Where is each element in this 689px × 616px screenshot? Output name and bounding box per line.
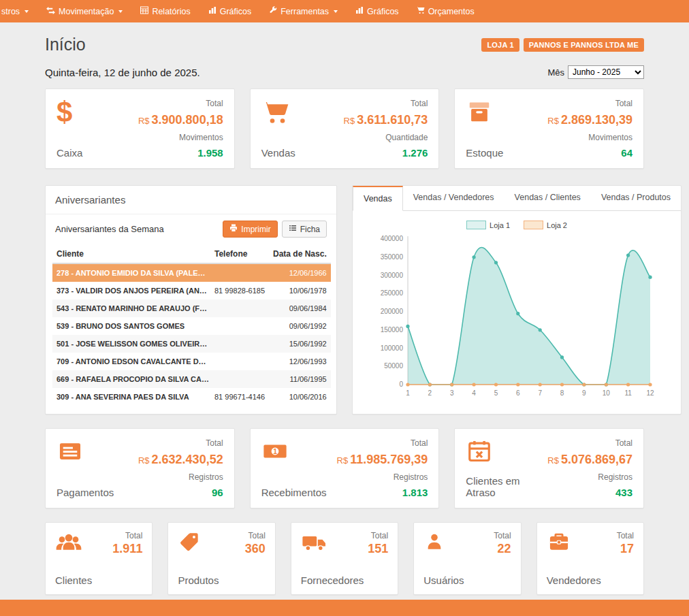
svg-text:12: 12 — [646, 389, 654, 397]
birthday-row[interactable]: 278 - ANTONIO EMIDIO DA SILVA (PALE…12/0… — [52, 263, 331, 282]
cell-nasc: 09/06/1992 — [269, 317, 331, 335]
caret-down-icon — [334, 10, 338, 13]
birthday-row[interactable]: 373 - VALDIR DOS ANJOS PEREIRA (AN…81 99… — [52, 282, 331, 299]
tab-vendas-produtos[interactable]: Vendas / Produtos — [591, 186, 681, 210]
top-navbar: stros Movimentação Relatórios Gráficos F… — [0, 0, 689, 22]
print-button[interactable]: Imprimir — [223, 221, 277, 238]
mini-card-vendedores: Total 17 Vendedores — [536, 522, 644, 595]
cell-telefone — [210, 299, 269, 317]
cart-icon — [417, 6, 425, 16]
svg-text:9: 9 — [582, 389, 586, 397]
store-badge: LOJA 1 — [481, 38, 519, 52]
total-label: Total — [494, 531, 511, 540]
birthday-row[interactable]: 543 - RENATO MARINHO DE ARAUJO (F…09/06/… — [52, 299, 331, 317]
current-date: Quinta-feira, 12 de junho de 2025. — [45, 67, 200, 78]
legend-item-loja2: Loja 2 — [524, 221, 567, 229]
mini-label: Clientes — [55, 574, 142, 586]
col-cliente: Cliente — [52, 245, 210, 263]
birthday-row[interactable]: 669 - RAFAELA PROCOPIO DA SILVA CA…11/06… — [52, 370, 331, 388]
mini-value: 17 — [617, 542, 634, 556]
nav-label: Gráficos — [367, 7, 399, 16]
sales-chart: 0500001000001500002000002500003000003500… — [376, 232, 657, 402]
svg-text:4: 4 — [472, 389, 476, 397]
tab-vendas-vendedores[interactable]: Vendas / Vendedores — [403, 186, 504, 210]
total-label: Total — [344, 99, 428, 108]
cell-cliente: 373 - VALDIR DOS ANJOS PEREIRA (AN… — [52, 282, 210, 299]
ficha-button[interactable]: Ficha — [282, 221, 327, 238]
nav-item-orcamentos[interactable]: Orçamentos — [408, 0, 483, 22]
col-data-nasc: Data de Nasc. — [269, 245, 331, 263]
total-label: Total — [368, 531, 388, 540]
caret-down-icon — [25, 10, 29, 13]
birthdays-subtitle: Aniversariantes da Semana — [55, 224, 164, 234]
total-label: Total — [112, 531, 142, 540]
footer-bar — [0, 600, 689, 616]
stat-card-estoque: Estoque Total R$2.869.130,39 Movimentos … — [454, 88, 644, 169]
cell-cliente: 539 - BRUNO DOS SANTOS GOMES — [52, 317, 210, 335]
cell-telefone — [210, 317, 269, 335]
svg-text:10: 10 — [603, 389, 611, 397]
list-icon — [289, 224, 297, 234]
mini-card-fornecedores: Total 151 Fornecedores — [291, 522, 398, 595]
month-label: Mês — [547, 67, 564, 78]
svg-text:50000: 50000 — [384, 362, 403, 370]
legend-label: Loja 1 — [490, 221, 510, 229]
mini-value: 22 — [494, 542, 511, 556]
nav-label: Movimentação — [59, 7, 114, 16]
nav-item-movimentacao[interactable]: Movimentação — [37, 0, 131, 22]
legend-item-loja1: Loja 1 — [466, 221, 510, 229]
nav-item-relatorios[interactable]: Relatórios — [131, 0, 199, 22]
birthday-row[interactable]: 709 - ANTONIO EDSON CAVALCANTE D…12/06/1… — [52, 353, 331, 370]
stat-label: Estoque — [466, 147, 503, 159]
tab-vendas-clientes[interactable]: Vendas / Clientes — [504, 186, 591, 210]
total-label: Total — [617, 531, 634, 540]
legend-label: Loja 2 — [547, 221, 567, 229]
count-label: Registros — [547, 472, 632, 482]
caret-down-icon — [118, 10, 123, 13]
count-value: 1.276 — [344, 147, 428, 159]
print-button-label: Imprimir — [241, 225, 270, 234]
nav-item-cadastros[interactable]: stros — [0, 0, 37, 22]
count-value: 96 — [138, 487, 223, 498]
birthday-row[interactable]: 309 - ANA SEVERINA PAES DA SILVA81 99671… — [52, 388, 331, 406]
cell-nasc: 12/06/1993 — [269, 353, 331, 370]
stat-label: Clientes em Atraso — [466, 475, 547, 498]
birthdays-panel: Aniversariantes Aniversariantes da Seman… — [45, 185, 337, 415]
company-badge: PANNOS E PANNOS LTDA ME — [524, 38, 644, 52]
cell-cliente: 278 - ANTONIO EMIDIO DA SILVA (PALE… — [52, 263, 210, 282]
stat-label: Pagamentos — [57, 487, 114, 498]
count-value: 64 — [547, 147, 632, 159]
svg-text:150000: 150000 — [381, 326, 404, 334]
nav-item-graficos-2[interactable]: Gráficos — [347, 0, 408, 22]
list-card-icon — [57, 438, 114, 470]
total-label: Total — [547, 99, 632, 108]
svg-text:200000: 200000 — [381, 308, 404, 315]
stat-label: Recebimentos — [261, 487, 327, 498]
chart-tabs: Vendas Vendas / Vendedores Vendas / Clie… — [353, 186, 681, 211]
count-value: 1.958 — [138, 147, 223, 159]
user-icon — [423, 531, 445, 555]
count-value: 433 — [547, 487, 632, 498]
svg-text:8: 8 — [560, 389, 564, 397]
mini-label: Fornecedores — [301, 574, 388, 586]
mini-card-produtos: Total 360 Produtos — [167, 522, 275, 595]
svg-text:300000: 300000 — [381, 272, 404, 279]
nav-label: Relatórios — [152, 7, 190, 16]
birthday-row[interactable]: 501 - JOSE WELISSON GOMES OLIVEIR…15/06/… — [52, 335, 331, 353]
stat-card-recebimentos: 1 Recebimentos Total R$11.985.769,39 Reg… — [250, 428, 440, 508]
tag-icon — [178, 531, 201, 555]
briefcase-icon — [547, 531, 571, 555]
stat-card-clientes-atraso: Clientes em Atraso Total R$5.076.869,67 … — [454, 428, 644, 508]
bar-chart-icon — [355, 6, 364, 16]
wrench-icon — [269, 6, 277, 16]
total-value: R$3.611.610,73 — [344, 113, 428, 127]
nav-item-graficos-1[interactable]: Gráficos — [199, 0, 261, 22]
count-label: Movimentos — [547, 133, 632, 142]
total-label: Total — [245, 531, 266, 540]
birthday-row[interactable]: 539 - BRUNO DOS SANTOS GOMES09/06/1992 — [52, 317, 331, 335]
nav-item-ferramentas[interactable]: Ferramentas — [260, 0, 347, 22]
cart-icon — [261, 99, 295, 130]
month-select[interactable]: Junho - 2025 — [568, 65, 644, 79]
tab-vendas[interactable]: Vendas — [353, 186, 403, 211]
mini-value: 1.911 — [112, 542, 142, 556]
